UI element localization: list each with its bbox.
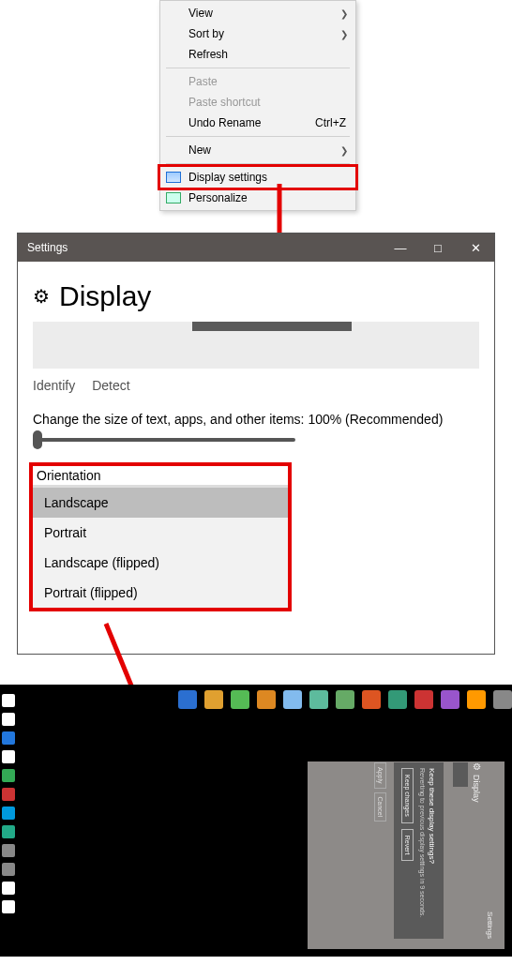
ctx-display-settings[interactable]: Display settings: [158, 164, 358, 190]
orientation-option-portrait-flipped[interactable]: Portrait (flipped): [33, 578, 288, 608]
ctx-undo-rename[interactable]: Undo Rename Ctrl+Z: [160, 113, 355, 133]
desktop-icon[interactable]: [309, 690, 328, 709]
keep-settings-dialog: Keep these display settings? Reverting t…: [394, 762, 444, 939]
desktop-icon[interactable]: [493, 690, 512, 709]
rotated-settings-window: Settings ⚙ Display Keep these display se…: [308, 761, 504, 949]
desktop-icon[interactable]: [257, 690, 276, 709]
heading-text: Display: [473, 775, 482, 803]
taskbar-icon[interactable]: [2, 807, 15, 820]
taskbar-icon[interactable]: [2, 713, 15, 726]
apply-button[interactable]: Apply: [374, 762, 386, 789]
desktop-icon[interactable]: [388, 690, 407, 709]
display-icon: [166, 172, 181, 183]
gear-icon: ⚙: [472, 762, 482, 771]
orientation-option-landscape[interactable]: Landscape: [33, 488, 288, 518]
desktop-icon[interactable]: [283, 690, 302, 709]
rotated-desktop: Settings ⚙ Display Keep these display se…: [0, 685, 512, 957]
taskbar-icon[interactable]: [2, 769, 15, 782]
ctx-view[interactable]: View ❯: [160, 3, 355, 23]
desktop-context-menu: View ❯ Sort by ❯ Refresh Paste Paste sho…: [159, 0, 356, 211]
minimize-button[interactable]: —: [382, 234, 419, 262]
separator: [166, 136, 350, 137]
dialog-question: Keep these display settings?: [428, 768, 436, 933]
gear-icon: ⚙: [33, 285, 50, 308]
settings-window: Settings — □ ✕ ⚙ Display Identify Detect…: [17, 233, 495, 655]
taskbar-icon[interactable]: [2, 882, 15, 895]
identify-detect-row: Identify Detect: [33, 378, 479, 393]
keep-changes-button[interactable]: Keep changes: [401, 768, 414, 823]
ctx-label: Undo Rename: [188, 116, 261, 129]
separator: [166, 68, 350, 68]
taskbar-vertical: [0, 688, 17, 951]
desktop-icon[interactable]: [414, 690, 433, 709]
dialog-subtext: Reverting to previous display settings i…: [419, 768, 426, 933]
taskbar-icon[interactable]: [2, 731, 15, 745]
heading-text: Display: [59, 280, 151, 312]
display-preview: [33, 322, 479, 369]
detect-link[interactable]: Detect: [92, 378, 129, 393]
window-title: Settings: [486, 762, 494, 939]
desktop-icon[interactable]: [441, 690, 459, 709]
personalize-icon: [166, 192, 181, 204]
shortcut-text: Ctrl+Z: [315, 116, 346, 129]
window-title: Settings: [27, 241, 68, 254]
ctx-refresh[interactable]: Refresh: [160, 44, 355, 65]
ctx-new[interactable]: New ❯: [160, 140, 355, 160]
ctx-label: New: [188, 143, 211, 157]
taskbar-icon[interactable]: [2, 694, 15, 707]
scale-slider[interactable]: [33, 438, 295, 442]
desktop-icon[interactable]: [362, 690, 381, 709]
orientation-option-landscape-flipped[interactable]: Landscape (flipped): [33, 548, 288, 578]
ctx-label: Paste: [188, 75, 218, 88]
ctx-sortby[interactable]: Sort by ❯: [160, 23, 355, 44]
ctx-personalize[interactable]: Personalize: [160, 188, 355, 208]
orientation-option-portrait[interactable]: Portrait: [33, 518, 288, 548]
scale-label: Change the size of text, apps, and other…: [33, 412, 479, 427]
desktop-icons-row: [178, 690, 512, 709]
window-buttons: — □ ✕: [382, 234, 494, 262]
chevron-right-icon: ❯: [340, 145, 348, 156]
orientation-label: Orientation: [33, 466, 288, 485]
rotated-heading: ⚙ Display: [472, 762, 482, 939]
settings-body: ⚙ Display Identify Detect Change the siz…: [18, 262, 494, 621]
orientation-options: Landscape Portrait Landscape (flipped) P…: [33, 485, 288, 608]
desktop-icon[interactable]: [231, 690, 249, 709]
ctx-label: Paste shortcut: [188, 96, 261, 109]
monitor-icon: [453, 762, 468, 787]
orientation-dropdown: Orientation Landscape Portrait Landscape…: [29, 462, 292, 611]
taskbar-icon[interactable]: [2, 844, 15, 857]
taskbar-icon[interactable]: [2, 863, 15, 876]
chevron-right-icon: ❯: [340, 29, 348, 39]
desktop-icon[interactable]: [204, 690, 223, 709]
page-heading: ⚙ Display: [33, 280, 479, 312]
taskbar-icon[interactable]: [2, 825, 15, 838]
ctx-paste: Paste: [160, 71, 355, 92]
ctx-label: Display settings: [188, 171, 267, 184]
desktop-icon[interactable]: [178, 690, 197, 709]
ctx-label: Sort by: [188, 27, 224, 40]
ctx-label: Personalize: [188, 191, 248, 204]
taskbar-icon[interactable]: [2, 900, 15, 913]
slider-knob[interactable]: [33, 430, 42, 449]
desktop-icon[interactable]: [467, 690, 486, 709]
desktop-icon[interactable]: [336, 690, 354, 709]
taskbar-icon[interactable]: [2, 750, 15, 763]
maximize-button[interactable]: □: [419, 234, 457, 262]
chevron-right-icon: ❯: [340, 8, 348, 19]
identify-link[interactable]: Identify: [33, 378, 75, 393]
ctx-label: Refresh: [188, 48, 228, 61]
ctx-label: View: [188, 7, 213, 20]
close-button[interactable]: ✕: [457, 234, 494, 262]
ctx-paste-shortcut: Paste shortcut: [160, 92, 355, 113]
taskbar-icon[interactable]: [2, 788, 15, 801]
monitor-icon: [192, 322, 352, 331]
titlebar: Settings — □ ✕: [18, 234, 494, 262]
revert-button[interactable]: Revert: [401, 829, 414, 862]
cancel-button[interactable]: Cancel: [374, 792, 386, 822]
